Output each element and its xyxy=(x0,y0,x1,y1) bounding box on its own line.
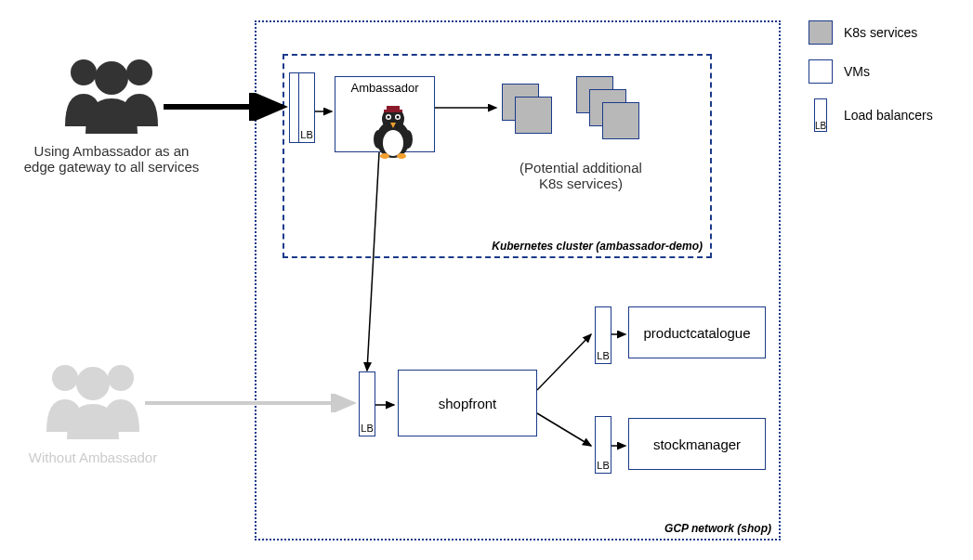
legend-vm-swatch xyxy=(809,59,833,84)
gcp-network-label: GCP network (shop) xyxy=(664,522,771,535)
svg-line-23 xyxy=(367,152,379,371)
arrow-lb-to-ambassador xyxy=(315,102,341,121)
arrow-ambassador-to-services xyxy=(435,98,509,117)
svg-point-5 xyxy=(76,367,110,400)
legend-vm-text: VMs xyxy=(844,64,870,79)
potential-services-label: (Potential additional K8s services) xyxy=(493,160,669,191)
users-icon-gray xyxy=(37,358,149,441)
svg-point-11 xyxy=(388,116,390,119)
arrow-gray-users-to-lb xyxy=(145,394,364,412)
stockmanager-label: stockmanager xyxy=(653,436,741,452)
users-with-label: Using Ambassador as an edge gateway to a… xyxy=(19,143,204,175)
productcatalogue-box: productcatalogue xyxy=(628,306,766,358)
k8s-cluster-label: Kubernetes cluster (ambassador-demo) xyxy=(492,240,703,253)
arrow-lb-to-sm xyxy=(611,436,634,455)
users-icon-dark xyxy=(56,52,167,136)
arrow-shopfront-to-pc xyxy=(537,325,602,399)
lb-label: LB xyxy=(815,121,826,131)
svg-point-1 xyxy=(126,59,152,85)
ambassador-label: Ambassador xyxy=(351,81,419,95)
svg-point-2 xyxy=(95,61,128,95)
legend-lb-text: Load balancers xyxy=(844,108,933,123)
shopfront-label: shopfront xyxy=(439,396,497,411)
svg-point-12 xyxy=(397,116,400,119)
k8s-service-box xyxy=(602,102,639,139)
lb-label: LB xyxy=(300,129,312,140)
k8s-service-box xyxy=(515,97,552,134)
diagram-canvas: Using Ambassador as an edge gateway to a… xyxy=(0,0,973,560)
legend-k8s-swatch xyxy=(809,20,833,45)
svg-point-19 xyxy=(403,130,413,149)
arrow-users-to-lb xyxy=(164,93,294,121)
svg-rect-15 xyxy=(384,110,402,112)
arrow-shopfront-to-sm xyxy=(537,409,602,464)
arrow-lb-to-shopfront xyxy=(375,396,401,414)
lb-label: LB xyxy=(361,423,373,434)
shopfront-box: shopfront xyxy=(398,370,537,436)
penguin-icon xyxy=(370,104,416,160)
svg-point-18 xyxy=(374,130,383,149)
legend-lb-swatch: LB xyxy=(814,98,827,132)
svg-point-4 xyxy=(108,365,134,391)
arrow-lb-to-pc xyxy=(611,325,634,344)
arrow-ambassador-to-shopfront xyxy=(362,152,400,384)
svg-point-0 xyxy=(71,59,97,85)
productcatalogue-label: productcatalogue xyxy=(643,325,750,341)
svg-line-28 xyxy=(537,413,591,446)
lb-ambassador-2: LB xyxy=(298,72,315,143)
svg-point-3 xyxy=(52,365,78,391)
legend-k8s-text: K8s services xyxy=(844,25,917,40)
stockmanager-box: stockmanager xyxy=(628,418,766,470)
users-without-label: Without Ambassador xyxy=(19,449,167,465)
svg-line-26 xyxy=(537,334,591,390)
